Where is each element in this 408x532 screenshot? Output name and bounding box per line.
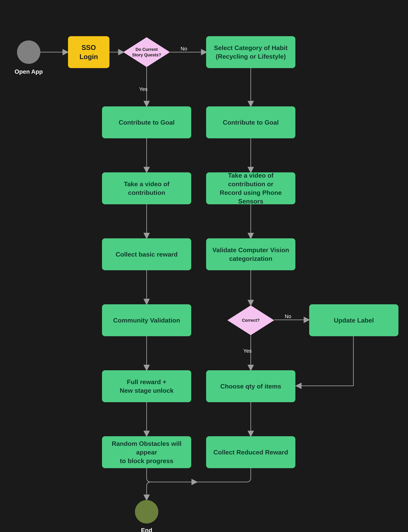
decision-story-label: Do Current Story Quests? [132,47,161,58]
community-validation-label: Community Validation [113,316,180,325]
start-node [17,40,40,64]
end-node [135,500,158,523]
take-video-right: Take a video of contribution or Record u… [206,172,295,204]
contribute-goal-right-label: Contribute to Goal [223,118,279,127]
random-obstacles: Random Obstacles will appear to block pr… [102,436,191,468]
edge-label-yes-2: Yes [243,348,252,354]
community-validation: Community Validation [102,304,191,336]
choose-qty: Choose qty of items [206,370,295,402]
collect-basic-reward: Collect basic reward [102,238,191,270]
end-label: End [124,527,169,532]
collect-basic-label: Collect basic reward [116,250,178,259]
start-label: Open App [6,68,51,75]
take-video-right-label: Take a video of contribution or Record u… [210,171,291,205]
edge-label-yes-1: Yes [139,86,147,92]
take-video-left-label: Take a video of contribution [106,180,187,197]
random-obstacles-label: Random Obstacles will appear to block pr… [106,439,187,465]
edges-layer [0,0,408,532]
flowchart-canvas: Open App SSO Login Do Current Story Ques… [0,0,408,532]
full-reward-label: Full reward + New stage unlock [120,378,174,395]
contribute-goal-right: Contribute to Goal [206,106,295,138]
decision-correct-label: Correct? [242,318,260,323]
select-category-label: Select Category of Habit (Recycling or L… [214,44,288,61]
sso-login-step: SSO Login [68,36,110,68]
full-reward: Full reward + New stage unlock [102,370,191,402]
update-label-text: Update Label [334,316,374,325]
contribute-goal-left: Contribute to Goal [102,106,191,138]
validate-cv-label: Validate Computer Vision categorization [212,246,289,263]
edge-label-no-2: No [285,313,291,319]
collect-reduced-label: Collect Reduced Reward [213,448,288,457]
decision-correct: Correct? [227,305,274,335]
take-video-left: Take a video of contribution [102,172,191,204]
edge-label-no-1: No [181,46,187,52]
select-category-step: Select Category of Habit (Recycling or L… [206,36,295,68]
contribute-goal-left-label: Contribute to Goal [119,118,175,127]
decision-story-quests: Do Current Story Quests? [123,37,170,67]
update-label-step: Update Label [309,304,399,336]
collect-reduced-reward: Collect Reduced Reward [206,436,295,468]
validate-cv: Validate Computer Vision categorization [206,238,295,270]
sso-login-label: SSO Login [72,43,105,61]
choose-qty-label: Choose qty of items [220,382,281,390]
